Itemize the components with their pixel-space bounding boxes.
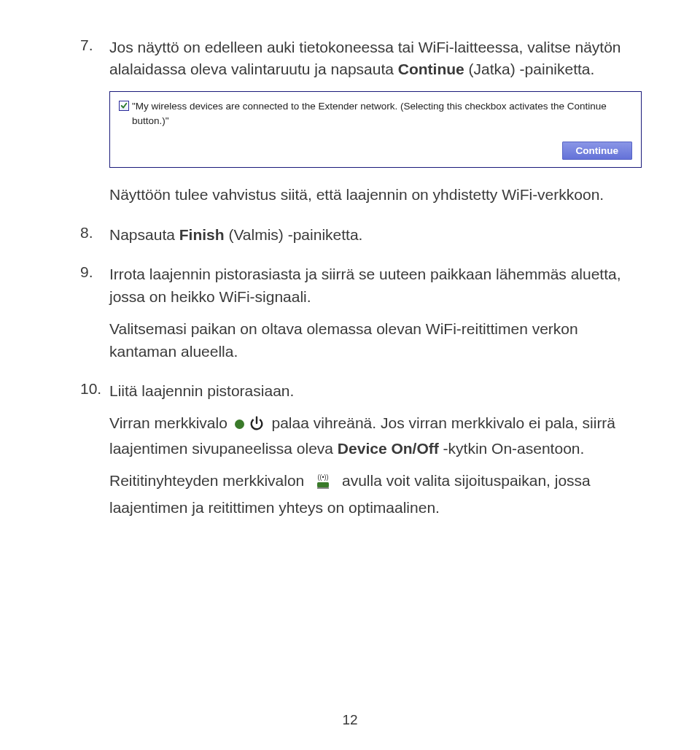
step-7-text: Jos näyttö on edelleen auki tietokoneess… — [109, 36, 642, 81]
checkbox-label: "My wireless devices are connected to th… — [132, 99, 632, 129]
step-9-text-1: Irrota laajennin pistorasiasta ja siirrä… — [109, 263, 642, 308]
checkbox-row: "My wireless devices are connected to th… — [119, 99, 632, 129]
checkbox-icon[interactable] — [119, 101, 129, 111]
step-9-text-2: Valitsemasi paikan on oltava olemassa ol… — [109, 318, 642, 363]
svg-rect-3 — [317, 482, 329, 487]
step-10: 10. Liitä laajennin pistorasiaan. Virran… — [80, 380, 642, 519]
finish-bold: Finish — [179, 226, 225, 243]
text: Napsauta — [109, 226, 179, 243]
continue-button[interactable]: Continue — [562, 142, 633, 160]
step-8: 8. Napsauta Finish (Valmis) -painiketta. — [80, 224, 642, 246]
instruction-list: 7. Jos näyttö on edelleen auki tietokone… — [80, 36, 642, 519]
step-10-text-2: Virran merkkivalo palaa vihreänä. Jos vi… — [109, 412, 642, 460]
text: (Valmis) -painiketta. — [225, 226, 363, 243]
step-10-text-3: Reititinyhteyden merkkivalon ((•)) avull… — [109, 470, 642, 519]
text: (Jatka) -painiketta. — [464, 61, 595, 77]
step-10-text-1: Liitä laajennin pistorasiaan. — [109, 380, 642, 402]
step-number: 7. — [80, 36, 93, 54]
step-number: 10. — [80, 380, 101, 398]
power-icon — [249, 415, 265, 437]
svg-text:((•)): ((•)) — [318, 473, 329, 481]
step-9: 9. Irrota laajennin pistorasiasta ja sii… — [80, 263, 642, 363]
router-link-icon: ((•)) — [313, 473, 333, 496]
step-7-followup: Näyttöön tulee vahvistus siitä, että laa… — [109, 184, 642, 206]
ui-screenshot: "My wireless devices are connected to th… — [109, 91, 642, 169]
step-7: 7. Jos näyttö on edelleen auki tietokone… — [80, 36, 642, 206]
button-row: Continue — [119, 142, 632, 160]
step-number: 8. — [80, 224, 93, 241]
text: -kytkin On-asentoon. — [439, 440, 585, 457]
step-number: 9. — [80, 263, 93, 281]
led-dot-icon — [235, 420, 244, 429]
page-number: 12 — [0, 712, 700, 728]
step-8-text: Napsauta Finish (Valmis) -painiketta. — [109, 224, 642, 246]
device-onoff-bold: Device On/Off — [338, 440, 439, 457]
continue-bold: Continue — [398, 61, 464, 77]
text: Reititinyhteyden merkkivalon — [109, 472, 308, 489]
text: Virran merkkivalo — [109, 414, 232, 431]
